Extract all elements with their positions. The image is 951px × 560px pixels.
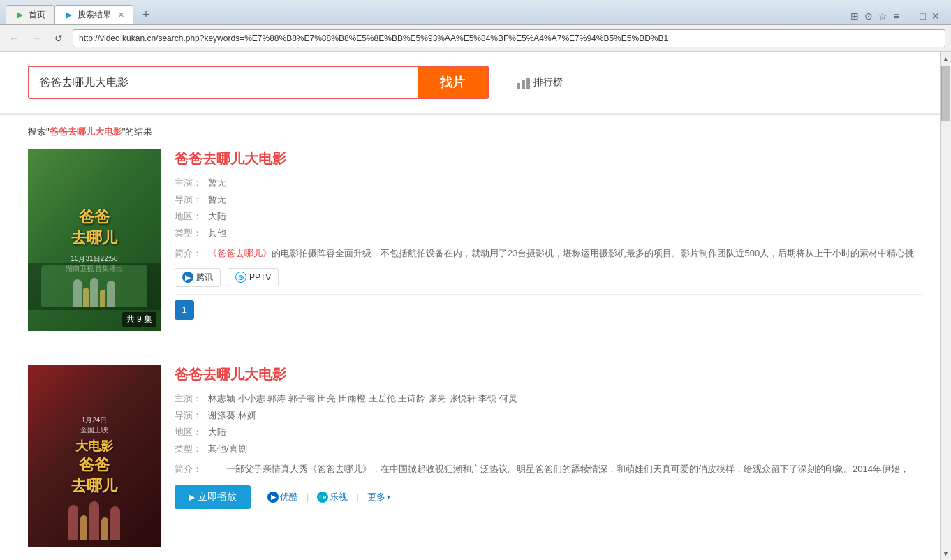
results-header: 搜索"爸爸去哪儿大电影"的结果: [28, 126, 923, 138]
result-title-1[interactable]: 爸爸去哪儿大电影: [175, 149, 923, 168]
type-value-2: 其他/喜剧: [208, 443, 247, 455]
bar3: [526, 78, 530, 89]
region-label-1: 地区：: [175, 210, 208, 223]
region-row-2: 地区： 大陆: [175, 426, 923, 439]
tab-home[interactable]: 首页: [6, 5, 54, 24]
chevron-down-icon: ▾: [387, 493, 390, 501]
result-info-2: 爸爸去哪儿大电影 主演： 林志颖 小小志 郭涛 郭子睿 田亮 田雨橙 王岳伦 王…: [175, 365, 923, 547]
tab-bar: 首页 搜索结果 ✕ + ⊞ ⊙ ☆ ≡ — □ ✕: [0, 0, 951, 25]
tab-favicon-search: [64, 10, 73, 20]
actor-row-1: 主演： 暂无: [175, 177, 923, 189]
scrollbar[interactable]: ▲ ▼: [940, 52, 951, 560]
summary-1: 简介： 《爸爸去哪儿》的电影拍摄阵容全面升级，不包括航拍设备在内，就动用了23台…: [175, 246, 923, 261]
scroll-track: [941, 66, 951, 546]
close-tab-button[interactable]: ✕: [118, 10, 124, 20]
history-icon[interactable]: ⊙: [864, 10, 873, 22]
summary-label-1: 简介：: [175, 246, 208, 261]
extensions-icon[interactable]: ⊞: [850, 10, 859, 22]
pptv-label: PPTV: [249, 272, 271, 282]
tab-search[interactable]: 搜索结果 ✕: [54, 5, 133, 24]
poster-2: 1月24日全国上映 大电影 爸爸去哪儿: [28, 365, 161, 547]
youku-source[interactable]: ▶ 优酷: [267, 491, 298, 503]
tencent-label: 腾讯: [196, 272, 213, 283]
tencent-button[interactable]: ▶ 腾讯: [175, 268, 221, 287]
director-label-1: 导演：: [175, 193, 208, 206]
play-blue-icon: [66, 12, 72, 19]
type-label-1: 类型：: [175, 227, 208, 240]
region-value-2: 大陆: [208, 426, 226, 439]
summary-link-1[interactable]: 《爸爸去哪儿》: [208, 248, 272, 258]
close-window-button[interactable]: ✕: [931, 10, 940, 22]
back-icon: ←: [9, 33, 19, 44]
result-info-1: 爸爸去哪儿大电影 主演： 暂无 导演： 暂无 地区： 大陆 类型：: [175, 149, 923, 331]
refresh-button[interactable]: ↺: [50, 30, 67, 47]
forward-icon: →: [31, 33, 41, 44]
sep-1: |: [307, 492, 309, 502]
browser-frame: 首页 搜索结果 ✕ + ⊞ ⊙ ☆ ≡ — □ ✕ ← →: [0, 0, 951, 560]
pptv-icon: ⊙: [235, 272, 246, 283]
play-button-2[interactable]: ▶ 立即播放: [175, 485, 251, 509]
page-content: 找片 排行榜 搜索"爸爸去哪儿大电影"的结果: [0, 52, 951, 560]
maximize-button[interactable]: □: [920, 10, 926, 22]
summary-2: 简介： 一部父子亲情真人秀《爸爸去哪儿》，在中国掀起收视狂潮和广泛热议。明星爸爸…: [175, 462, 923, 477]
search-area: 找片 排行榜: [0, 52, 951, 114]
address-bar-row: ← → ↺: [0, 25, 951, 52]
poster-1: 爸爸去哪儿 10月31日22:50湖南卫视 首集播出: [28, 149, 161, 331]
actor-value-2: 林志颖 小小志 郭涛 郭子睿 田亮 田雨橙 王岳伦 王诗龄 张亮 张悦轩 李锐 …: [208, 392, 517, 405]
results-header-suffix: "的结果: [122, 126, 153, 137]
bar2: [522, 80, 525, 89]
region-label-2: 地区：: [175, 426, 208, 439]
results-header-prefix: 搜索": [28, 126, 50, 137]
tab-favicon-home: [15, 10, 24, 20]
minimize-button[interactable]: —: [905, 10, 915, 22]
episode-badge: 共 9 集: [122, 312, 156, 327]
address-input[interactable]: [73, 29, 945, 47]
summary-text-2: 一部父子亲情真人秀《爸爸去哪儿》，在中国掀起收视狂潮和广泛热议。明星爸爸们的舔犊…: [208, 462, 923, 477]
actor-value-1: 暂无: [208, 177, 226, 189]
letv-source[interactable]: Le 乐视: [317, 491, 348, 503]
bookmark-icon[interactable]: ☆: [878, 10, 887, 22]
play-green-icon: [17, 12, 23, 19]
platforms-1: ▶ 腾讯 ⊙ PPTV: [175, 268, 923, 295]
action-row-2: ▶ 立即播放 ▶ 优酷 | Le 乐视: [175, 485, 923, 509]
type-row-2: 类型： 其他/喜剧: [175, 443, 923, 455]
pagination-1: 1: [175, 300, 923, 320]
play-icon: ▶: [189, 492, 195, 502]
letv-icon: Le: [317, 492, 328, 503]
summary-text-1: 《爸爸去哪儿》的电影拍摄阵容全面升级，不包括航拍设备在内，就动用了23台摄影机，…: [208, 246, 923, 261]
window-controls: ⊞ ⊙ ☆ ≡ — □ ✕: [845, 10, 945, 24]
tencent-icon: ▶: [182, 272, 193, 283]
type-row-1: 类型： 其他: [175, 227, 923, 240]
director-value-2: 谢涤葵 林妍: [208, 409, 256, 422]
more-sources: ▶ 优酷 | Le 乐视 | 更多 ▾: [267, 491, 390, 503]
ranking-button[interactable]: 排行榜: [517, 76, 563, 89]
new-tab-button[interactable]: +: [136, 5, 156, 24]
actor-row-2: 主演： 林志颖 小小志 郭涛 郭子睿 田亮 田雨橙 王岳伦 王诗龄 张亮 张悦轩…: [175, 392, 923, 405]
scroll-thumb[interactable]: [941, 66, 950, 121]
search-input[interactable]: [29, 67, 418, 98]
menu-icon[interactable]: ≡: [893, 10, 899, 22]
bar1: [517, 83, 520, 89]
sep-2: |: [356, 492, 358, 502]
youku-icon: ▶: [267, 492, 279, 503]
scroll-down-button[interactable]: ▼: [941, 546, 951, 560]
forward-button[interactable]: →: [28, 30, 45, 47]
result-title-2[interactable]: 爸爸去哪儿大电影: [175, 365, 923, 384]
region-row-1: 地区： 大陆: [175, 210, 923, 223]
pptv-button[interactable]: ⊙ PPTV: [228, 268, 279, 286]
more-source[interactable]: 更多 ▾: [367, 491, 390, 503]
search-box-wrapper: 找片: [28, 66, 489, 99]
new-tab-icon: +: [142, 8, 150, 22]
actor-label-1: 主演：: [175, 177, 208, 189]
refresh-icon: ↺: [54, 33, 63, 44]
director-row-1: 导演： 暂无: [175, 193, 923, 206]
director-label-2: 导演：: [175, 409, 208, 422]
director-row-2: 导演： 谢涤葵 林妍: [175, 409, 923, 422]
back-button[interactable]: ←: [6, 30, 22, 47]
page-1[interactable]: 1: [175, 300, 194, 320]
scroll-up-button[interactable]: ▲: [941, 52, 951, 66]
summary-label-2: 简介：: [175, 462, 208, 477]
search-button[interactable]: 找片: [418, 67, 487, 98]
region-value-1: 大陆: [208, 210, 226, 223]
director-value-1: 暂无: [208, 193, 226, 206]
